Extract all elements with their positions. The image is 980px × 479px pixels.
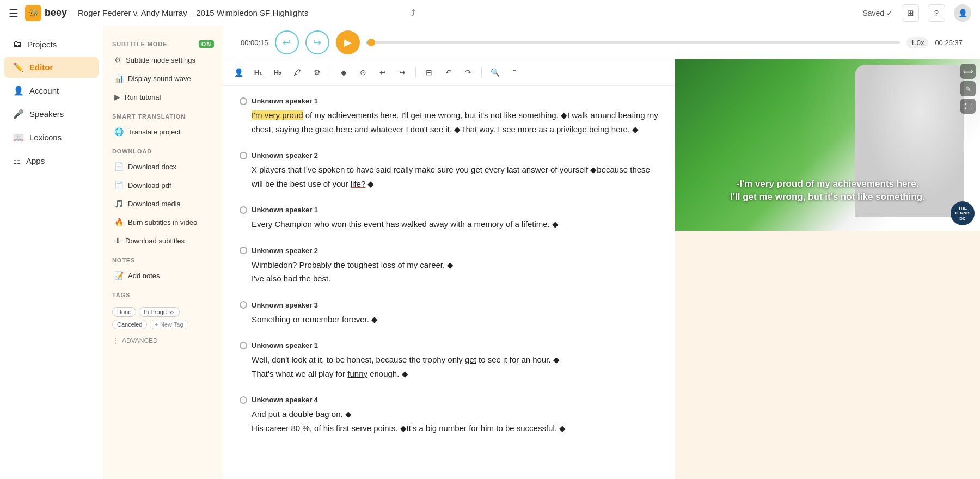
download-pdf-btn[interactable]: 📄 Download pdf <box>109 176 217 194</box>
time-total: 00:25:37 <box>935 39 971 47</box>
toolbar-collapse-btn[interactable]: ⌃ <box>506 64 523 81</box>
speaker-radio[interactable] <box>240 152 247 159</box>
speaker-radio[interactable] <box>240 342 247 349</box>
toolbar-settings-btn[interactable]: ⚙ <box>308 64 326 81</box>
sidebar-item-editor[interactable]: ✏️ Editor <box>4 57 99 78</box>
speaker-name: Unknown speaker 1 <box>252 206 318 214</box>
sidebar-item-projects[interactable]: 🗂 Projects <box>4 34 99 54</box>
subtitle-mode-header: SUBTITLE MODE On <box>112 40 214 48</box>
subtitle-block: Unknown speaker 3 Something or remember … <box>240 301 659 327</box>
subtitle-text[interactable]: Something or remember forever. ◆ <box>240 312 659 327</box>
translate-project-btn[interactable]: 🌐 Translate project <box>109 123 217 140</box>
progress-track[interactable] <box>366 41 900 44</box>
subtitle-text[interactable]: X players that I've spoken to have said … <box>240 163 659 191</box>
underlined-text: % <box>302 423 309 433</box>
grid-icon-btn[interactable]: ⊞ <box>902 4 919 22</box>
burn-icon: 🔥 <box>114 218 124 226</box>
subtitle-text[interactable]: Every Champion who won this event has wa… <box>240 217 659 231</box>
avatar[interactable]: 👤 <box>954 4 971 22</box>
play-btn[interactable]: ▶ <box>336 30 360 54</box>
burn-subtitles-label: Burn subtitles in video <box>128 218 197 226</box>
video-overlay-line2: I'll get me wrong, but it's not like som… <box>675 191 980 204</box>
toolbar-circle-btn[interactable]: ⊙ <box>354 64 372 81</box>
burn-subtitles-btn[interactable]: 🔥 Burn subtitles in video <box>109 213 217 231</box>
video-resize-btn[interactable]: ⟺ <box>960 64 976 79</box>
download-media-btn[interactable]: 🎵 Download media <box>109 195 217 212</box>
download-subtitles-btn[interactable]: ⬇ Download subtitles <box>109 232 217 249</box>
normal-text: as a privilege <box>536 125 589 134</box>
tag-chips: Done In Progress Canceled + New Tag <box>112 307 214 329</box>
lexicons-icon: 📖 <box>13 132 24 143</box>
speed-badge[interactable]: 1.0x <box>906 37 929 48</box>
toolbar-diamond-btn[interactable]: ◆ <box>335 64 352 81</box>
share-icon[interactable]: ⤴ <box>411 8 415 18</box>
speaker-radio[interactable] <box>240 301 247 309</box>
toolbar-highlight-btn[interactable]: 🖍 <box>289 64 306 81</box>
sidebar-item-apps[interactable]: ⚏ Apps <box>4 150 99 171</box>
tag-canceled[interactable]: Canceled <box>112 320 147 329</box>
tag-in-progress[interactable]: In Progress <box>139 307 179 317</box>
video-fullscreen-btn[interactable]: ⛶ <box>960 99 976 114</box>
video-edit-btn[interactable]: ✎ <box>960 81 976 96</box>
underlined-text: being <box>589 125 609 134</box>
new-tag-btn[interactable]: + New Tag <box>150 320 188 329</box>
main-layout: 🗂 Projects ✏️ Editor 👤 Account 🎤 Speaker… <box>0 26 980 479</box>
underlined-text: more <box>518 125 536 134</box>
toolbar-merge-right-btn[interactable]: ↷ <box>460 64 477 81</box>
toolbar-merge-left-btn[interactable]: ↶ <box>440 64 457 81</box>
subtitles-icon: ⬇ <box>114 236 121 245</box>
add-notes-btn[interactable]: 📝 Add notes <box>109 267 217 284</box>
toolbar-person-btn[interactable]: 👤 <box>230 64 247 81</box>
playback-bar: 00:00:15 ↩ ↪ ▶ 1.0x 00:25:37 <box>223 26 980 59</box>
forward-btn[interactable]: ↪ <box>305 30 329 54</box>
subtitle-text[interactable]: I'm very proud of my achievements here. … <box>240 108 659 136</box>
normal-text: enough. ◆ <box>367 369 408 378</box>
help-icon-btn[interactable]: ? <box>928 4 945 22</box>
subtitle-mode-badge: On <box>199 40 214 48</box>
subtitle-mode-settings-label: Subtitle mode settings <box>126 56 195 64</box>
rewind-btn[interactable]: ↩ <box>275 30 299 54</box>
sidebar-item-label: Editor <box>29 63 53 72</box>
run-tutorial-btn[interactable]: ▶ Run tutorial <box>109 88 217 106</box>
video-logo: THETENNISDC <box>951 201 975 225</box>
toolbar-redo-btn[interactable]: ↪ <box>394 64 411 81</box>
menu-icon[interactable]: ☰ <box>9 7 19 20</box>
saved-label: Saved ✓ <box>862 9 893 17</box>
translate-project-label: Translate project <box>128 128 180 136</box>
advanced-row[interactable]: ⋮ ADVANCED <box>109 333 217 349</box>
subtitle-text[interactable]: Well, don't look at it, to be honest, be… <box>240 353 659 380</box>
toolbar-search-btn[interactable]: 🔍 <box>486 64 504 81</box>
title-input[interactable] <box>78 8 405 17</box>
normal-text: That's what we all play for <box>252 369 347 378</box>
display-sound-wave-btn[interactable]: 📊 Display sound wave <box>109 70 217 87</box>
tag-done[interactable]: Done <box>112 307 136 317</box>
speaker-radio[interactable] <box>240 247 247 254</box>
speaker-radio[interactable] <box>240 396 247 404</box>
speaker-radio[interactable] <box>240 97 247 105</box>
underlined-text: get <box>465 355 476 364</box>
time-current: 00:00:15 <box>232 39 268 47</box>
settings-icon: ⚙ <box>114 56 121 64</box>
sidebar-item-account[interactable]: 👤 Account <box>4 80 99 101</box>
speaker-radio[interactable] <box>240 206 247 214</box>
subtitle-mode-settings-btn[interactable]: ⚙ Subtitle mode settings <box>109 51 217 69</box>
toolbar-split-btn[interactable]: ⊟ <box>420 64 438 81</box>
video-controls: ⟺ ✎ ⛶ <box>960 64 976 114</box>
normal-text: Something or remember forever. ◆ <box>252 315 378 324</box>
playback-controls: 00:00:15 ↩ ↪ ▶ 1.0x 00:25:37 <box>223 30 980 54</box>
sidebar-item-speakers[interactable]: 🎤 Speakers <box>4 103 99 125</box>
speaker-name: Unknown speaker 1 <box>252 341 318 349</box>
progress-thumb[interactable] <box>367 39 375 46</box>
logo: 🐝 beey <box>25 5 67 21</box>
toolbar-undo-btn[interactable]: ↩ <box>374 64 391 81</box>
subtitle-block: Unknown speaker 1 Every Champion who won… <box>240 206 659 231</box>
subtitle-text[interactable]: Wimbledon? Probably the toughest loss of… <box>240 258 659 286</box>
toolbar-h2-btn[interactable]: H₂ <box>269 64 286 81</box>
subtitle-text[interactable]: And put a double bag on. ◆ His career 80… <box>240 407 659 435</box>
toolbar-h1-btn[interactable]: H₁ <box>249 64 267 81</box>
download-docx-btn[interactable]: 📄 Download docx <box>109 158 217 175</box>
add-notes-label: Add notes <box>128 272 160 280</box>
sidebar-item-lexicons[interactable]: 📖 Lexicons <box>4 127 99 148</box>
normal-text: Every Champion who won this event has wa… <box>252 219 559 229</box>
topbar: ☰ 🐝 beey ⤴ Saved ✓ ⊞ ? 👤 <box>0 0 980 26</box>
